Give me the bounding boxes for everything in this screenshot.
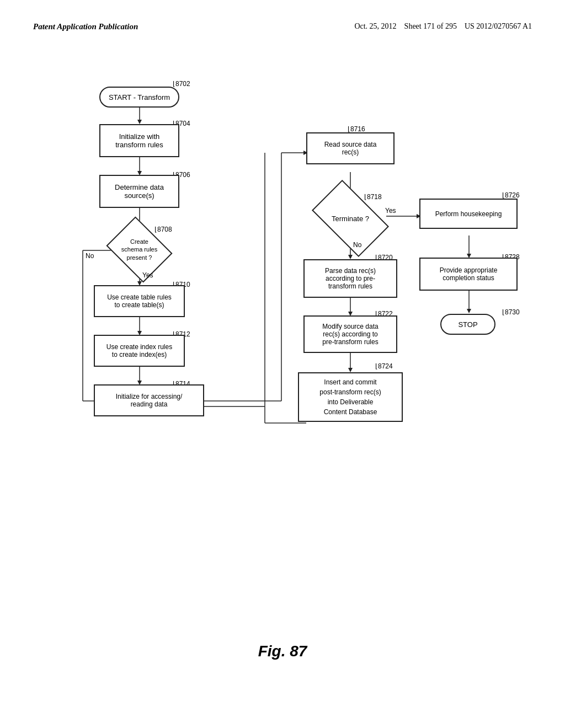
node-8706: Determine data source(s) — [99, 175, 179, 208]
ref-8726: ⌊8726 — [502, 191, 520, 199]
publication-label: Patent Application Publication — [33, 22, 138, 31]
header-info: Oct. 25, 2012 Sheet 171 of 295 US 2012/0… — [354, 22, 532, 31]
node-8724: Insert and commit post-transform rec(s) … — [298, 372, 403, 422]
date-label: Oct. 25, 2012 — [354, 22, 396, 30]
node-stop: STOP — [440, 314, 495, 335]
svg-marker-26 — [348, 255, 353, 259]
node-8726: Perform housekeeping — [419, 199, 518, 229]
svg-marker-1 — [137, 120, 142, 124]
node-8704: Initialize with transform rules — [99, 124, 179, 157]
node-8718: Terminate ? — [317, 197, 383, 240]
node-8720: Parse data rec(s) according to pre- tran… — [303, 259, 397, 298]
ref-8730: ⌊8730 — [502, 308, 520, 316]
diagram-area: ⌊8702 START - Transform ⌊8704 Initialize… — [33, 42, 532, 677]
ref-8716: ⌊8716 — [348, 125, 365, 133]
node-start-transform: START - Transform — [99, 87, 179, 108]
node-8728: Provide appropriate completion status — [419, 258, 518, 291]
figure-caption: Fig. 87 — [258, 643, 307, 660]
patent-number: US 2012/0270567 A1 — [465, 22, 532, 30]
label-yes-8708: Yes — [142, 271, 153, 279]
ref-8724: ⌊8724 — [375, 362, 393, 370]
node-8716: Read source data rec(s) — [306, 132, 395, 164]
sheet-label: Sheet 171 of 295 — [404, 22, 457, 30]
label-yes-8718: Yes — [385, 207, 396, 215]
node-8710: Use create table rules to create table(s… — [94, 285, 185, 317]
ref-8702: ⌊8702 — [173, 80, 190, 88]
svg-marker-30 — [348, 368, 353, 372]
node-8714: Initialize for accessing/ reading data — [94, 384, 204, 416]
page: Patent Application Publication Oct. 25, … — [0, 0, 565, 728]
label-no-8708: No — [86, 252, 94, 260]
label-no-8718: No — [353, 241, 361, 249]
node-8722: Modify source data rec(s) according to p… — [303, 315, 397, 353]
page-header: Patent Application Publication Oct. 25, … — [33, 22, 532, 31]
node-8712: Use create index rules to create index(e… — [94, 335, 185, 367]
svg-marker-36 — [467, 309, 471, 313]
node-8708: Create schema rules present ? — [113, 229, 166, 270]
